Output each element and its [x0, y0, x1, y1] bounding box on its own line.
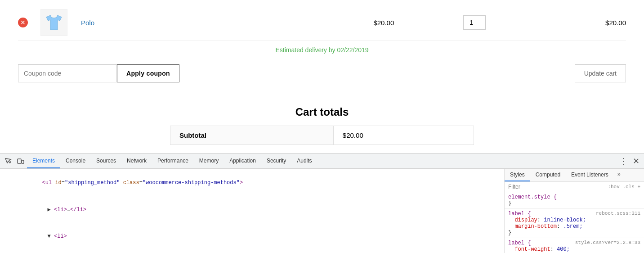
- cart-image-col: [36, 9, 72, 36]
- apply-coupon-button[interactable]: Apply coupon: [117, 64, 179, 82]
- coupon-input[interactable]: [18, 64, 117, 82]
- cart-remove-col: ✕: [18, 18, 36, 27]
- product-thumbnail: [40, 9, 67, 36]
- update-cart-button[interactable]: Update cart: [575, 64, 626, 82]
- remove-item-button[interactable]: ✕: [18, 18, 28, 27]
- subtotal-value: $20.00: [333, 126, 474, 145]
- cart-item-row: ✕ Polo $20.00 $20.00: [18, 5, 626, 41]
- cart-section: ✕ Polo $20.00 $20.00 Estimated delivery …: [0, 0, 644, 97]
- delivery-estimate: Estimated delivery by 02/22/2019: [18, 41, 626, 59]
- totals-table: Subtotal $20.00: [170, 126, 474, 145]
- line-total: $20.00: [505, 19, 626, 27]
- coupon-row: Apply coupon Update cart: [18, 59, 626, 88]
- cart-totals-section: Cart totals Subtotal $20.00: [0, 97, 644, 149]
- quantity-col: [444, 15, 505, 30]
- subtotal-row: Subtotal $20.00: [170, 126, 474, 145]
- quantity-input[interactable]: [463, 15, 486, 30]
- subtotal-label: Subtotal: [170, 126, 334, 145]
- tshirt-icon: [44, 13, 64, 32]
- product-price: $20.00: [323, 19, 444, 27]
- product-name[interactable]: Polo: [72, 19, 323, 27]
- cart-totals-title: Cart totals: [18, 101, 626, 126]
